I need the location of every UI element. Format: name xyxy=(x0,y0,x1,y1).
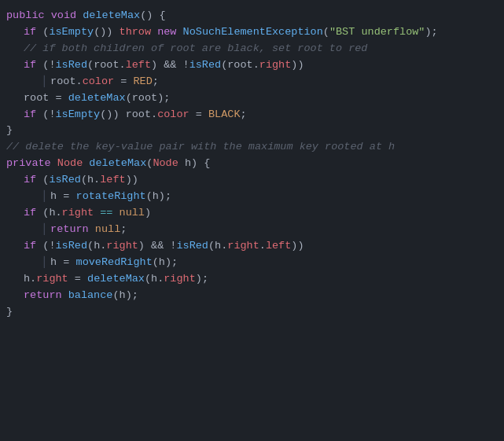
code-line: // delete the key-value pair with the ma… xyxy=(0,139,504,156)
token: throw xyxy=(120,24,152,41)
code-line: root = deleteMax(root); xyxy=(0,90,504,107)
token: } xyxy=(6,304,13,321)
token: )) xyxy=(291,238,304,255)
token: (h. xyxy=(81,172,100,189)
token: // if both children of root are black, s… xyxy=(24,41,367,57)
token: null xyxy=(95,222,120,238)
token: if xyxy=(24,238,36,255)
token: right xyxy=(106,238,138,255)
token: ) && ! xyxy=(151,57,189,74)
token xyxy=(176,24,182,41)
code-line: │return null; xyxy=(0,222,504,238)
token: = xyxy=(49,90,68,107)
token: (root); xyxy=(126,90,171,107)
token xyxy=(45,8,51,24)
token: ()) root. xyxy=(100,107,157,123)
token: (h. xyxy=(87,238,106,255)
token: private xyxy=(6,156,51,172)
code-line: private Node deleteMax(Node h) { xyxy=(0,156,504,172)
token: (root. xyxy=(221,57,259,74)
pipe-char: │ xyxy=(41,255,47,271)
token: "BST underflow" xyxy=(329,24,425,41)
token: (h); xyxy=(153,255,178,271)
token xyxy=(51,156,57,172)
code-line: if (!isEmpty()) root.color = BLACK; xyxy=(0,107,504,123)
token: right xyxy=(259,57,292,74)
token: void xyxy=(51,8,76,24)
code-line: │h = rotateRight(h); xyxy=(0,189,504,205)
token: right xyxy=(164,271,196,288)
token: isEmpty xyxy=(49,24,94,41)
token: isEmpty xyxy=(56,107,101,123)
token: return xyxy=(24,288,62,304)
token: right xyxy=(36,271,68,288)
token: color xyxy=(157,107,189,123)
token: isRed xyxy=(56,57,88,74)
token: NoSuchElementException xyxy=(183,24,323,41)
token: rotateRight xyxy=(76,189,146,205)
token: )) xyxy=(291,57,304,74)
code-line: │h = moveRedRight(h); xyxy=(0,255,504,271)
token: // delete the key-value pair with the ma… xyxy=(6,139,395,156)
token xyxy=(83,156,89,172)
token: ); xyxy=(425,24,437,41)
code-line: public void deleteMax() { xyxy=(0,8,504,24)
token: )) xyxy=(126,172,138,189)
token: (! xyxy=(36,107,55,123)
code-line: if (isEmpty()) throw new NoSuchElementEx… xyxy=(0,24,504,41)
token: deleteMax xyxy=(68,90,126,107)
token: deleteMax xyxy=(89,156,146,172)
token: right xyxy=(227,238,259,255)
token: ; xyxy=(120,222,127,238)
token: if xyxy=(24,24,36,41)
token: ) xyxy=(145,205,151,222)
token xyxy=(76,8,83,24)
token: isRed xyxy=(56,238,88,255)
token: ( xyxy=(146,156,153,172)
code-line: if (!isRed(root.left) && !isRed(root.rig… xyxy=(0,57,504,74)
token: (! xyxy=(36,57,55,74)
token: ); xyxy=(196,271,208,288)
token: if xyxy=(24,205,36,222)
token: isRed xyxy=(189,57,222,74)
token: ()) xyxy=(94,24,119,41)
token: h xyxy=(50,255,57,271)
code-line: } xyxy=(0,304,504,321)
code-line: if (h.right == null) xyxy=(0,205,504,222)
code-line: // if both children of root are black, s… xyxy=(0,41,504,57)
token: ( xyxy=(323,24,329,41)
token: Node xyxy=(153,156,178,172)
token: if xyxy=(24,57,36,74)
token xyxy=(62,288,68,304)
token: (h. xyxy=(208,238,227,255)
token: = xyxy=(68,271,87,288)
token: () { xyxy=(140,8,165,24)
token: = xyxy=(57,255,75,271)
pipe-char: │ xyxy=(41,189,47,205)
token: root. xyxy=(50,74,83,90)
token: = xyxy=(189,107,208,123)
token: . xyxy=(259,238,266,255)
token xyxy=(89,222,95,238)
token: = xyxy=(114,74,133,90)
token: moveRedRight xyxy=(76,255,153,271)
token: isRed xyxy=(49,172,81,189)
token: balance xyxy=(68,288,113,304)
token: ( xyxy=(36,172,49,189)
code-line: if (!isRed(h.right) && !isRed(h.right.le… xyxy=(0,238,504,255)
token: == xyxy=(100,205,112,222)
token: if xyxy=(24,107,36,123)
token: deleteMax xyxy=(87,271,145,288)
token: color xyxy=(83,74,115,90)
token: BLACK xyxy=(208,107,241,123)
pipe-char: │ xyxy=(41,222,47,238)
token: ; xyxy=(153,74,159,90)
token: public xyxy=(6,8,45,24)
token: null xyxy=(120,205,145,222)
token: RED xyxy=(133,74,152,90)
token: (root. xyxy=(87,57,126,74)
token: h xyxy=(50,189,57,205)
token: right xyxy=(62,205,94,222)
code-line: │root.color = RED; xyxy=(0,74,504,90)
token: Node xyxy=(57,156,83,172)
